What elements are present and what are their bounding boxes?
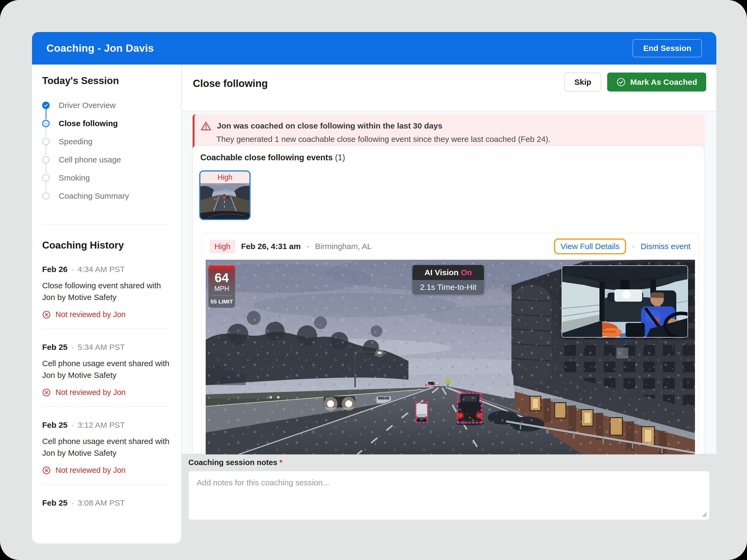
- ai-vision-label: AI Vision: [424, 268, 459, 277]
- sidebar: Today's Session Driver Overview Close fo…: [32, 64, 181, 543]
- history-time: 4:34 AM PST: [78, 265, 125, 274]
- ai-bounding-box-vehicle: [415, 402, 428, 423]
- speed-value: 64: [214, 271, 229, 285]
- history-date-row: Feb 26 · 4:34 AM PST: [42, 265, 171, 274]
- not-reviewed-icon: [42, 311, 51, 319]
- step-check-icon: [42, 102, 50, 109]
- ai-vision-overlay: AI Vision On 2.1s Time-to-Hit: [412, 265, 484, 294]
- driver-camera-inset: [562, 265, 688, 338]
- event-thumbnail-image: [200, 183, 250, 219]
- history-date: Feb 25: [42, 343, 68, 352]
- history-date: Feb 26: [42, 265, 68, 274]
- dismiss-event-link[interactable]: Dismiss event: [641, 242, 691, 251]
- dot-separator: ·: [71, 343, 74, 352]
- warning-triangle-icon: [200, 121, 211, 131]
- event-video-player[interactable]: 64 MPH 55 LIMIT AI Vision On 2.1s Time-t…: [206, 260, 695, 454]
- step-pending-icon: [42, 192, 50, 200]
- history-description: Close following event shared with Jon by…: [42, 280, 171, 303]
- history-entry: Feb 25 · 3:08 AM PST: [42, 499, 171, 507]
- event-thumbnail[interactable]: High: [199, 170, 251, 220]
- step-label: Cell phone usage: [59, 155, 121, 164]
- step-connector: [46, 182, 46, 191]
- time-to-hit: 2.1s Time-to-Hit: [412, 280, 484, 294]
- ai-vision-status: AI Vision On: [412, 265, 484, 280]
- ai-bounding-box-vehicle: [457, 393, 482, 424]
- history-divider: [42, 328, 171, 329]
- events-card-title-text: Coachable close following events: [200, 153, 333, 162]
- history-date: Feb 25: [42, 421, 68, 430]
- history-entry: Feb 25 · 3:12 AM PST Cell phone usage ev…: [42, 421, 171, 484]
- mark-as-coached-button[interactable]: Mark As Coached: [607, 73, 706, 91]
- event-detail-card: High Feb 26, 4:31 am - Birmingham, AL Vi…: [201, 233, 699, 454]
- history-date-row: Feb 25 · 5:34 AM PST: [42, 343, 171, 352]
- severity-badge: High: [210, 240, 235, 253]
- history-date-row: Feb 25 · 3:12 AM PST: [42, 421, 171, 430]
- notes-label: Coaching session notes: [188, 458, 278, 466]
- not-reviewed-icon: [42, 388, 51, 397]
- main-title: Close following: [193, 78, 268, 89]
- event-detail-header: High Feb 26, 4:31 am - Birmingham, AL Vi…: [202, 233, 698, 260]
- view-full-details-link[interactable]: View Full Details: [554, 238, 626, 255]
- history-divider: [42, 406, 171, 407]
- history-time: 3:08 AM PST: [78, 499, 125, 507]
- sidebar-step-coaching-summary[interactable]: Coaching Summary: [42, 191, 129, 201]
- page-title: Coaching - Jon Davis: [46, 43, 154, 54]
- event-separator: -: [307, 242, 309, 251]
- step-label: Driver Overview: [59, 101, 115, 110]
- history-status: Not reviewed by Jon: [42, 310, 171, 319]
- sidebar-step-cell-phone-usage[interactable]: Cell phone usage: [42, 155, 121, 164]
- sidebar-step-close-following[interactable]: Close following: [42, 119, 118, 128]
- history-status: Not reviewed by Jon: [42, 388, 171, 397]
- banner-body: They generated 1 new coachable close fol…: [216, 133, 697, 145]
- history-title: Coaching History: [42, 240, 171, 251]
- app-header: Coaching - Jon Davis End Session: [32, 32, 716, 64]
- history-status-text: Not reviewed by Jon: [55, 310, 126, 319]
- session-title: Today's Session: [42, 75, 119, 86]
- step-active-icon: [42, 120, 50, 127]
- step-connector: [46, 109, 46, 119]
- speed-overlay: 64 MPH 55 LIMIT: [208, 266, 235, 308]
- history-status: Not reviewed by Jon: [42, 466, 171, 475]
- step-label: Smoking: [59, 174, 90, 182]
- not-reviewed-icon: [42, 466, 51, 475]
- history-status-text: Not reviewed by Jon: [55, 466, 126, 475]
- events-card-title: Coachable close following events (1): [200, 153, 345, 162]
- ai-vision-state: On: [461, 268, 472, 277]
- event-location: Birmingham, AL: [315, 242, 371, 251]
- history-description: Cell phone usage event shared with Jon b…: [42, 435, 171, 459]
- coaching-history: Coaching History Feb 26 · 4:34 AM PST Cl…: [42, 225, 171, 507]
- coaching-notes-input[interactable]: [188, 471, 710, 520]
- step-pending-icon: [42, 156, 50, 163]
- history-status-text: Not reviewed by Jon: [55, 388, 126, 397]
- screenshot-stage: Coaching - Jon Davis End Session Today's…: [0, 0, 747, 560]
- history-entry: Feb 26 · 4:34 AM PST Close following eve…: [42, 265, 171, 329]
- step-connector: [46, 127, 46, 137]
- check-circle-icon: [616, 77, 626, 87]
- banner-title: Jon was coached on close following withi…: [217, 120, 442, 132]
- step-connector: [46, 145, 46, 155]
- mark-as-coached-label: Mark As Coached: [630, 78, 697, 87]
- end-session-button[interactable]: End Session: [633, 39, 702, 57]
- history-time: 3:12 AM PST: [78, 421, 125, 430]
- notes-field-wrap: [188, 471, 710, 520]
- history-description: Cell phone usage event shared with Jon b…: [42, 357, 171, 381]
- event-thumbnail-severity: High: [200, 171, 250, 183]
- notes-label-row: Coaching session notes*: [188, 458, 283, 467]
- speed-alert-bar: [208, 266, 235, 269]
- sidebar-step-speeding[interactable]: Speeding: [42, 137, 93, 146]
- step-pending-icon: [42, 174, 50, 182]
- dot-separator: ·: [71, 499, 74, 507]
- dot-separator: ·: [71, 265, 74, 274]
- speed-divider: [211, 295, 232, 296]
- step-label: Coaching Summary: [59, 191, 129, 201]
- dot-separator: ·: [71, 421, 74, 430]
- history-date-row: Feb 25 · 3:08 AM PST: [42, 499, 171, 507]
- sidebar-step-smoking[interactable]: Smoking: [42, 174, 90, 182]
- history-time: 5:34 AM PST: [78, 343, 125, 352]
- skip-button[interactable]: Skip: [564, 73, 601, 91]
- speed-unit: MPH: [214, 285, 229, 292]
- step-pending-icon: [42, 138, 50, 145]
- required-marker: *: [280, 458, 283, 466]
- events-card-count: (1): [335, 153, 345, 162]
- sidebar-step-driver-overview[interactable]: Driver Overview: [42, 101, 115, 110]
